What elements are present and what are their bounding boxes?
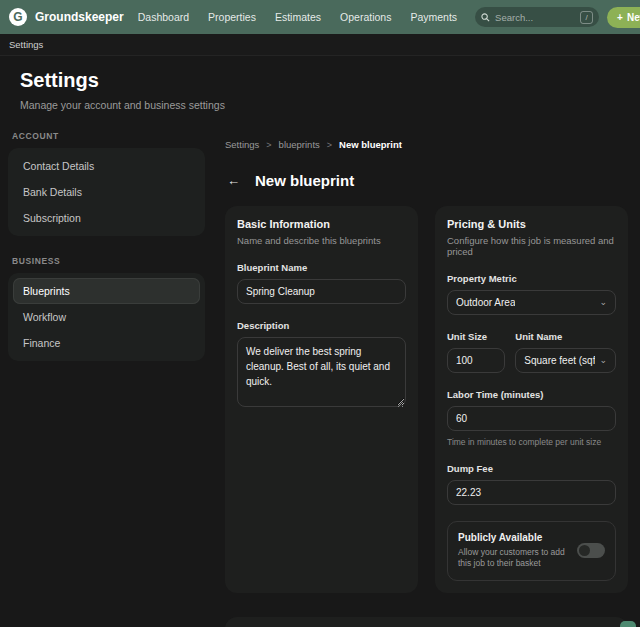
nav-link-properties[interactable]: Properties: [208, 11, 256, 23]
unit-size-label: Unit Size: [447, 331, 505, 342]
sidebar-item-subscription[interactable]: Subscription: [13, 205, 200, 231]
dump-fee-label: Dump Fee: [447, 463, 616, 474]
unit-name-label: Unit Name: [515, 331, 616, 342]
labor-time-help: Time in minutes to complete per unit siz…: [447, 437, 616, 447]
property-metric-value: Outdoor Area: [456, 297, 515, 308]
blueprint-name-label: Blueprint Name: [237, 262, 406, 273]
toggle-knob: [579, 545, 590, 556]
search-input[interactable]: [495, 12, 575, 23]
content-area: ACCOUNT Contact Details Bank Details Sub…: [0, 123, 640, 627]
back-button[interactable]: ←: [225, 172, 242, 189]
breadcrumb: Settings: [0, 34, 640, 56]
sidebar-business-group: Blueprints Workflow Finance: [8, 273, 205, 361]
sidebar-item-bank-details[interactable]: Bank Details: [13, 179, 200, 205]
brand-name: Groundskeeper: [35, 10, 124, 24]
sidebar-account-group: Contact Details Bank Details Subscriptio…: [8, 148, 205, 236]
publicly-available-text: Publicly Available Allow your customers …: [458, 532, 569, 570]
crumb-settings[interactable]: Settings: [225, 139, 259, 150]
sidebar-item-finance[interactable]: Finance: [13, 330, 200, 356]
search-icon: [481, 13, 490, 22]
publicly-available-box: Publicly Available Allow your customers …: [447, 521, 616, 581]
crumb-blueprints[interactable]: blueprints: [279, 139, 320, 150]
new-property-label: New Property: [627, 12, 640, 23]
pricing-title: Pricing & Units: [447, 218, 616, 230]
property-metric-label: Property Metric: [447, 273, 616, 284]
breadcrumb-settings[interactable]: Settings: [9, 39, 43, 50]
page-title: Settings: [20, 69, 620, 92]
chevron-down-icon: ⌄: [599, 300, 607, 305]
sidebar-item-workflow[interactable]: Workflow: [13, 304, 200, 330]
unit-name-value: Square feet (sqf: [524, 355, 595, 366]
unit-name-field: Unit Name Square feet (sqf ⌄: [515, 315, 616, 373]
blueprint-name-input[interactable]: [237, 279, 406, 304]
property-metric-select[interactable]: Outdoor Area ⌄: [447, 290, 616, 315]
floating-widget-button[interactable]: [620, 621, 636, 627]
publicly-available-toggle[interactable]: [577, 543, 605, 558]
materials-card: Materials Add materials required for thi…: [225, 617, 628, 627]
description-field-wrap: We deliver the best spring cleanup. Best…: [237, 337, 406, 411]
unit-row: Unit Size Unit Name Square feet (sqf ⌄: [447, 315, 616, 373]
unit-size-field: Unit Size: [447, 315, 505, 373]
basic-information-card: Basic Information Name and describe this…: [225, 206, 418, 593]
settings-sidebar: ACCOUNT Contact Details Bank Details Sub…: [8, 125, 205, 361]
main-panel: Settings > blueprints > New blueprint ← …: [225, 125, 628, 627]
unit-size-input[interactable]: [447, 348, 505, 373]
dump-fee-input[interactable]: [447, 480, 616, 505]
top-navbar: G Groundskeeper Dashboard Properties Est…: [0, 0, 640, 34]
chevron-down-icon: ⌄: [599, 358, 607, 363]
blueprint-breadcrumb: Settings > blueprints > New blueprint: [225, 139, 628, 150]
chevron-right-icon: >: [266, 140, 271, 150]
basic-info-title: Basic Information: [237, 218, 406, 230]
plus-icon: +: [617, 12, 623, 23]
nav-link-operations[interactable]: Operations: [340, 11, 391, 23]
publicly-available-description: Allow your customers to add this job to …: [458, 547, 569, 570]
new-blueprint-heading: New blueprint: [255, 172, 354, 189]
pricing-units-card: Pricing & Units Configure how this job i…: [435, 206, 628, 593]
nav-link-dashboard[interactable]: Dashboard: [138, 11, 189, 23]
publicly-available-title: Publicly Available: [458, 532, 569, 543]
global-search[interactable]: /: [475, 7, 599, 27]
page-header: Settings Manage your account and busines…: [0, 56, 640, 123]
description-textarea[interactable]: We deliver the best spring cleanup. Best…: [237, 337, 406, 407]
heading-row: ← New blueprint: [225, 172, 628, 189]
labor-time-input[interactable]: [447, 406, 616, 431]
form-cards: Basic Information Name and describe this…: [225, 206, 628, 593]
main-nav: Dashboard Properties Estimates Operation…: [138, 11, 457, 23]
new-property-button[interactable]: + New Property: [607, 7, 640, 28]
labor-time-label: Labor Time (minutes): [447, 389, 616, 400]
sidebar-section-account-label: ACCOUNT: [12, 131, 205, 141]
search-shortcut-key: /: [580, 11, 593, 24]
page-subtitle: Manage your account and business setting…: [20, 99, 620, 111]
sidebar-item-blueprints[interactable]: Blueprints: [13, 278, 200, 304]
sidebar-item-contact-details[interactable]: Contact Details: [13, 153, 200, 179]
unit-name-select[interactable]: Square feet (sqf ⌄: [515, 348, 616, 373]
sidebar-section-business-label: BUSINESS: [12, 256, 205, 266]
nav-link-payments[interactable]: Payments: [410, 11, 457, 23]
pricing-subtitle: Configure how this job is measured and p…: [447, 235, 616, 257]
crumb-new-blueprint: New blueprint: [339, 139, 402, 150]
nav-link-estimates[interactable]: Estimates: [275, 11, 321, 23]
basic-info-subtitle: Name and describe this blueprints: [237, 235, 406, 246]
description-label: Description: [237, 320, 406, 331]
chevron-right-icon: >: [327, 140, 332, 150]
app-logo[interactable]: G: [9, 8, 27, 26]
